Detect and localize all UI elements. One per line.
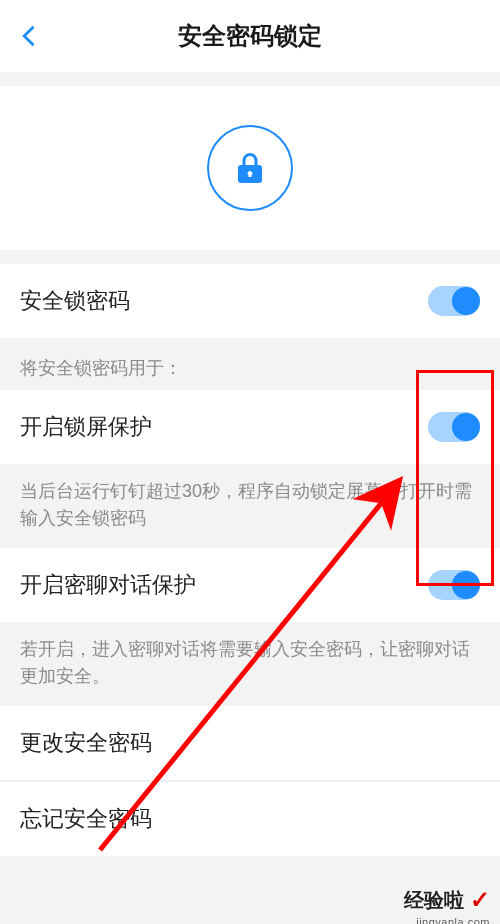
back-button[interactable]	[16, 0, 60, 72]
row-forgot-password[interactable]: 忘记安全密码	[0, 782, 500, 856]
toggle-lock-screen-protect[interactable]	[428, 412, 480, 442]
row-security-password: 安全锁密码	[0, 264, 500, 338]
row-label: 开启锁屏保护	[20, 412, 152, 442]
lock-ring-icon	[207, 125, 293, 211]
row-private-chat-protect: 开启密聊对话保护	[0, 548, 500, 622]
row-lock-screen-protect: 开启锁屏保护	[0, 390, 500, 464]
lock-icon	[232, 150, 268, 186]
lock-screen-desc: 当后台运行钉钉超过30秒，程序自动锁定屏幕，打开时需输入安全锁密码	[0, 464, 500, 548]
page-title: 安全密码锁定	[178, 20, 322, 52]
toggle-private-chat-protect[interactable]	[428, 570, 480, 600]
row-label: 安全锁密码	[20, 286, 130, 316]
row-change-password[interactable]: 更改安全密码	[0, 706, 500, 780]
section-title: 将安全锁密码用于：	[0, 338, 500, 390]
private-chat-desc: 若开启，进入密聊对话将需要输入安全密码，让密聊对话更加安全。	[0, 622, 500, 706]
back-arrow-icon	[16, 22, 44, 50]
lock-hero	[0, 86, 500, 250]
toggle-security-password[interactable]	[428, 286, 480, 316]
watermark-url: jingyanla.com	[416, 916, 490, 924]
watermark-brand: 经验啦	[404, 887, 464, 914]
watermark-check-icon: ✓	[470, 886, 490, 914]
row-label: 开启密聊对话保护	[20, 570, 196, 600]
row-label: 更改安全密码	[20, 728, 152, 758]
watermark: 经验啦 ✓	[404, 886, 490, 914]
header-bar: 安全密码锁定	[0, 0, 500, 72]
row-label: 忘记安全密码	[20, 804, 152, 834]
